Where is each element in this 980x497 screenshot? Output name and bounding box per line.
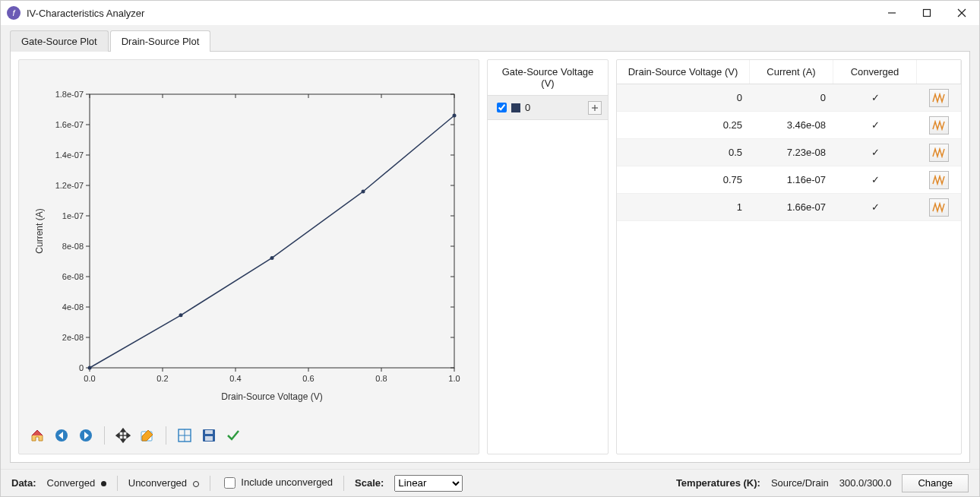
svg-text:1.0: 1.0 (448, 374, 460, 383)
svg-text:0: 0 (78, 363, 83, 372)
svg-text:1.4e-07: 1.4e-07 (55, 150, 83, 160)
chart-area[interactable]: 02e-084e-086e-088e-081e-071.2e-071.4e-07… (27, 68, 471, 417)
include-unconverged-toggle[interactable]: Include unconverged (221, 475, 333, 491)
back-arrow-icon (54, 428, 69, 443)
svg-text:Current (A): Current (A) (34, 208, 45, 253)
col-current: Current (A) (750, 60, 833, 84)
svg-point-58 (361, 190, 365, 194)
tab-bar: Gate-Source Plot Drain-Source Plot (1, 25, 979, 51)
forward-arrow-icon (78, 428, 93, 443)
table-row[interactable]: 0.57.23e-08✓ (617, 139, 961, 166)
close-button[interactable] (944, 1, 979, 25)
converged-legend: Converged (47, 477, 106, 489)
window-title: IV-Characteristics Analyzer (27, 8, 144, 19)
cell-converged: ✓ (833, 147, 917, 158)
app-icon: f (7, 6, 21, 20)
waveform-button[interactable] (929, 171, 949, 189)
tab-drain-source[interactable]: Drain-Source Plot (110, 30, 211, 52)
svg-text:0.0: 0.0 (84, 374, 95, 383)
cell-current: 3.46e-08 (750, 119, 833, 131)
col-voltage: Drain-Source Voltage (V) (617, 60, 750, 84)
cell-converged: ✓ (833, 174, 917, 185)
table-row[interactable]: 00✓ (617, 84, 961, 112)
svg-text:1.2e-07: 1.2e-07 (55, 181, 83, 190)
waveform-icon (932, 175, 946, 185)
temperatures-value: 300.0/300.0 (839, 477, 892, 489)
svg-text:0.4: 0.4 (229, 374, 241, 383)
svg-text:6e-08: 6e-08 (62, 272, 83, 281)
empty-dot-icon (193, 481, 199, 487)
col-actions (917, 60, 961, 84)
cell-voltage: 0 (617, 92, 750, 103)
forward-button[interactable] (75, 425, 96, 446)
cell-voltage: 0.75 (617, 174, 750, 185)
waveform-button[interactable] (929, 198, 949, 217)
status-separator (343, 476, 344, 491)
svg-rect-4 (90, 94, 454, 368)
waveform-icon (932, 93, 946, 103)
edit-button[interactable] (137, 425, 158, 446)
check-icon (226, 428, 241, 443)
change-button[interactable]: Change (902, 474, 969, 492)
svg-point-56 (179, 313, 182, 317)
cell-current: 0 (750, 92, 833, 103)
save-button[interactable] (198, 425, 220, 446)
waveform-button[interactable] (929, 89, 949, 107)
back-button[interactable] (51, 425, 72, 446)
minimize-icon (887, 8, 896, 17)
legend-item[interactable]: 0 (488, 96, 608, 120)
plus-icon (591, 104, 599, 112)
legend-checkbox[interactable] (497, 103, 507, 112)
toolbar-separator (166, 426, 166, 445)
tab-gate-source[interactable]: Gate-Source Plot (10, 30, 109, 52)
toolbar-separator (104, 426, 105, 445)
svg-text:1.6e-07: 1.6e-07 (55, 120, 83, 129)
close-icon (957, 8, 966, 17)
table-body: 00✓0.253.46e-08✓0.57.23e-08✓0.751.16e-07… (617, 84, 961, 221)
svg-text:2e-08: 2e-08 (62, 333, 83, 342)
scale-label: Scale: (355, 477, 384, 489)
cell-converged: ✓ (833, 201, 917, 213)
svg-text:0.6: 0.6 (302, 374, 314, 383)
titlebar: f IV-Characteristics Analyzer (1, 1, 979, 25)
scale-select[interactable]: Linear (394, 475, 463, 492)
subplots-button[interactable] (174, 425, 195, 446)
legend-panel: Gate-Source Voltage (V) 0 (487, 59, 609, 454)
svg-point-59 (452, 114, 456, 118)
waveform-icon (932, 147, 946, 158)
edit-icon (140, 428, 155, 443)
table-header: Drain-Source Voltage (V) Current (A) Con… (617, 60, 961, 84)
cell-voltage: 1 (617, 201, 750, 213)
svg-point-57 (270, 256, 273, 260)
svg-text:8e-08: 8e-08 (62, 242, 83, 251)
table-row[interactable]: 0.751.16e-07✓ (617, 166, 961, 194)
svg-text:Drain-Source Voltage (V): Drain-Source Voltage (V) (221, 391, 322, 402)
cell-voltage: 0.25 (617, 119, 750, 131)
cell-converged: ✓ (833, 119, 917, 131)
waveform-button[interactable] (929, 116, 949, 135)
legend-expand-button[interactable] (588, 101, 602, 115)
waveform-button[interactable] (929, 144, 949, 162)
svg-text:1.8e-07: 1.8e-07 (55, 90, 83, 99)
unconverged-legend: Unconverged (128, 477, 199, 489)
svg-point-55 (87, 366, 91, 370)
home-icon (30, 428, 45, 443)
move-icon (115, 428, 131, 443)
home-button[interactable] (27, 425, 48, 446)
table-row[interactable]: 0.253.46e-08✓ (617, 112, 961, 139)
apply-button[interactable] (223, 425, 244, 446)
status-separator (117, 476, 118, 491)
svg-rect-69 (205, 430, 213, 434)
svg-text:0.2: 0.2 (156, 374, 168, 383)
cell-current: 7.23e-08 (750, 147, 833, 158)
svg-rect-1 (924, 10, 931, 17)
app-body: Gate-Source Plot Drain-Source Plot 02e-0… (1, 25, 979, 496)
table-row[interactable]: 11.66e-07✓ (617, 194, 961, 221)
minimize-button[interactable] (874, 1, 909, 25)
status-separator (210, 476, 210, 491)
data-table: Drain-Source Voltage (V) Current (A) Con… (616, 59, 962, 454)
include-unconverged-checkbox[interactable] (224, 477, 236, 489)
temperatures-sublabel: Source/Drain (771, 477, 829, 489)
pan-button[interactable] (112, 425, 134, 446)
maximize-button[interactable] (909, 1, 944, 25)
